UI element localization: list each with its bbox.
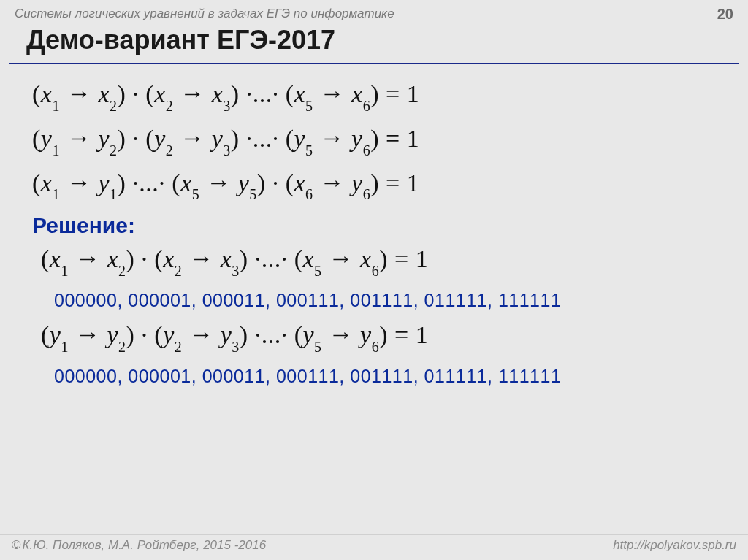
footer-authors: ©К.Ю. Поляков, М.А. Ройтберг, 2015 -2016 [12,538,266,553]
solution-bits-x: 000000, 000001, 000011, 000111, 001111, … [54,290,730,311]
solution-label: Решение: [32,213,730,238]
equation-2: (y1 → y2) · (y2 → y3) ·...· (y5 → y6) = … [32,125,730,156]
slide-title: Демо-вариант ЕГЭ-2017 [26,25,335,55]
footer: ©К.Ю. Поляков, М.А. Ройтберг, 2015 -2016… [0,534,748,560]
footer-url: http://kpolyakov.spb.ru [613,538,736,553]
solution-equation-y: (y1 → y2) · (y2 → y3) ·...· (y5 → y6) = … [41,321,730,353]
page-number: 20 [717,6,733,23]
solution-equation-x: (x1 → x2) · (x2 → x3) ·...· (x5 → x6) = … [41,245,730,277]
copyright-icon: © [12,538,21,552]
title-rule [9,63,739,64]
equation-1: (x1 → x2) · (x2 → x3) ·...· (x5 → x6) = … [32,80,730,112]
equation-3: (x1 → y1) ·...· (x5 → y5) · (x6 → y6) = … [32,169,730,201]
header-subject: Системы логических уравнений в задачах Е… [15,7,394,21]
content: (x1 → x2) · (x2 → x3) ·...· (x5 → x6) = … [32,73,730,397]
slide: Системы логических уравнений в задачах Е… [0,0,748,560]
top-bar: Системы логических уравнений в задачах Е… [0,0,748,25]
solution-bits-y: 000000, 000001, 000011, 000111, 001111, … [54,366,730,387]
